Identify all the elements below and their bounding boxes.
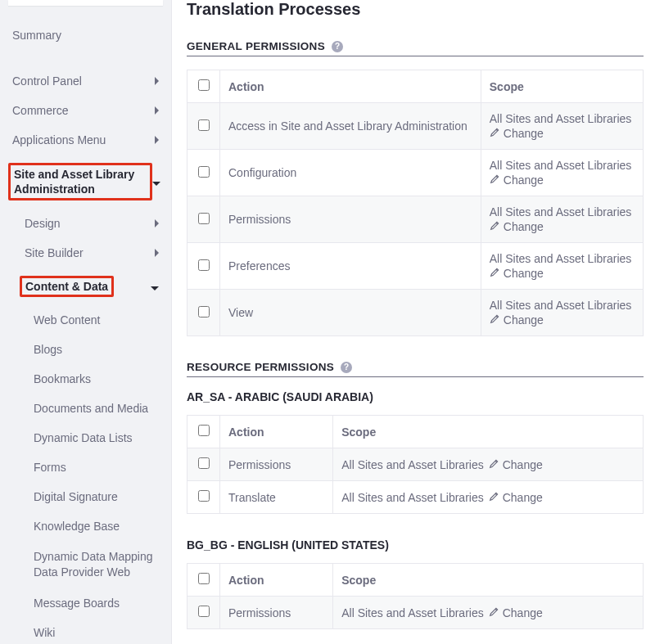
checkbox-cell bbox=[187, 597, 220, 629]
action-header: Action bbox=[220, 416, 333, 448]
scope-text: All Sites and Asset Libraries bbox=[341, 606, 484, 619]
scope-cell: All Sites and Asset LibrariesChange bbox=[333, 448, 644, 481]
sidebar-top-card bbox=[8, 0, 163, 6]
table-row: ViewAll Sites and Asset LibrariesChange bbox=[187, 290, 644, 336]
sidebar-item-message-boards[interactable]: Message Boards bbox=[0, 588, 171, 618]
row-checkbox[interactable] bbox=[198, 490, 210, 502]
page-title: Translation Processes bbox=[187, 0, 644, 19]
sidebar: Summary Control Panel Commerce Applicati… bbox=[0, 0, 172, 644]
select-all-checkbox[interactable] bbox=[198, 425, 210, 436]
sidebar-item-label: Wiki bbox=[34, 626, 55, 639]
checkbox-cell bbox=[187, 481, 220, 514]
row-checkbox[interactable] bbox=[198, 606, 210, 617]
scope-cell: All Sites and Asset LibrariesChange bbox=[333, 597, 644, 629]
help-icon[interactable]: ? bbox=[332, 41, 343, 52]
checkbox-header bbox=[187, 416, 220, 448]
checkbox-header bbox=[187, 70, 220, 103]
sidebar-item-label: Site and Asset Library Administration bbox=[8, 163, 152, 200]
sidebar-item-digital-signature[interactable]: Digital Signature bbox=[0, 482, 171, 511]
scope-cell: All Sites and Asset LibrariesChange bbox=[333, 481, 644, 514]
sidebar-item-control-panel[interactable]: Control Panel bbox=[0, 66, 171, 96]
change-link[interactable]: Change bbox=[489, 491, 543, 504]
scope-header: Scope bbox=[481, 70, 643, 103]
table-row: Access in Site and Asset Library Adminis… bbox=[187, 103, 644, 150]
checkbox-cell bbox=[187, 150, 220, 196]
sidebar-item-content-data[interactable]: Content & Data bbox=[0, 268, 171, 305]
row-checkbox[interactable] bbox=[198, 119, 210, 131]
sidebar-item-label: Digital Signature bbox=[34, 490, 118, 503]
sidebar-item-documents-media[interactable]: Documents and Media bbox=[0, 394, 171, 423]
change-link[interactable]: Change bbox=[490, 220, 635, 233]
change-link[interactable]: Change bbox=[490, 267, 635, 280]
row-checkbox[interactable] bbox=[198, 213, 210, 224]
chevron-right-icon bbox=[155, 104, 159, 117]
action-cell: Permissions bbox=[220, 196, 481, 243]
select-all-checkbox[interactable] bbox=[198, 79, 210, 91]
row-checkbox[interactable] bbox=[198, 259, 210, 271]
checkbox-cell bbox=[187, 196, 220, 243]
chevron-down-icon bbox=[152, 175, 160, 188]
sidebar-item-knowledge-base[interactable]: Knowledge Base bbox=[0, 511, 171, 541]
help-icon[interactable]: ? bbox=[341, 362, 352, 373]
sidebar-item-label: Blogs bbox=[34, 343, 62, 356]
row-checkbox[interactable] bbox=[198, 166, 210, 178]
action-cell: Translate bbox=[220, 481, 333, 514]
section-header-resource-permissions: RESOURCE PERMISSIONS ? bbox=[187, 361, 644, 377]
change-link[interactable]: Change bbox=[489, 458, 543, 471]
action-cell: Permissions bbox=[220, 597, 333, 629]
resource-group-title: BG_BG - ENGLISH (UNITED STATES) bbox=[187, 538, 644, 552]
pencil-icon bbox=[490, 127, 500, 140]
change-link[interactable]: Change bbox=[490, 127, 635, 140]
sidebar-item-dynamic-data-mapping[interactable]: Dynamic Data Mapping Data Provider Web bbox=[0, 541, 171, 588]
table-row: PreferencesAll Sites and Asset Libraries… bbox=[187, 243, 644, 290]
scope-cell: All Sites and Asset LibrariesChange bbox=[481, 290, 643, 336]
change-label: Change bbox=[504, 173, 544, 187]
sidebar-item-site-builder[interactable]: Site Builder bbox=[0, 238, 171, 268]
sidebar-item-forms[interactable]: Forms bbox=[0, 453, 171, 482]
sidebar-item-dynamic-data-lists[interactable]: Dynamic Data Lists bbox=[0, 423, 171, 453]
change-link[interactable]: Change bbox=[490, 313, 635, 327]
scope-text: All Sites and Asset Libraries bbox=[490, 159, 635, 172]
scope-text: All Sites and Asset Libraries bbox=[341, 491, 484, 504]
sidebar-item-label: Message Boards bbox=[34, 597, 120, 610]
sidebar-item-bookmarks[interactable]: Bookmarks bbox=[0, 364, 171, 394]
action-header: Action bbox=[220, 564, 333, 597]
sidebar-item-design[interactable]: Design bbox=[0, 209, 171, 238]
chevron-right-icon bbox=[155, 133, 159, 146]
change-link[interactable]: Change bbox=[490, 173, 635, 187]
sidebar-item-commerce[interactable]: Commerce bbox=[0, 96, 171, 125]
pencil-icon bbox=[489, 491, 499, 504]
sidebar-item-blogs[interactable]: Blogs bbox=[0, 335, 171, 364]
scope-header: Scope bbox=[333, 564, 644, 597]
scope-cell: All Sites and Asset LibrariesChange bbox=[481, 103, 643, 150]
sidebar-item-label: Control Panel bbox=[12, 74, 82, 88]
sidebar-item-site-asset-admin[interactable]: Site and Asset Library Administration bbox=[0, 155, 171, 209]
sidebar-item-applications-menu[interactable]: Applications Menu bbox=[0, 125, 171, 155]
section-title: GENERAL PERMISSIONS bbox=[187, 40, 325, 52]
sidebar-item-web-content[interactable]: Web Content bbox=[0, 305, 171, 335]
pencil-icon bbox=[490, 267, 500, 280]
sidebar-item-label: Design bbox=[25, 217, 61, 230]
sidebar-item-summary[interactable]: Summary bbox=[0, 20, 171, 50]
row-checkbox[interactable] bbox=[198, 457, 210, 469]
sidebar-item-label: Forms bbox=[34, 461, 66, 474]
change-link[interactable]: Change bbox=[489, 606, 543, 619]
table-row: TranslateAll Sites and Asset LibrariesCh… bbox=[187, 481, 644, 514]
table-resource-permissions: ActionScopePermissionsAll Sites and Asse… bbox=[187, 415, 644, 514]
checkbox-header bbox=[187, 564, 220, 597]
pencil-icon bbox=[489, 458, 499, 471]
scope-text: All Sites and Asset Libraries bbox=[490, 299, 635, 312]
scope-cell: All Sites and Asset LibrariesChange bbox=[481, 150, 643, 196]
sidebar-item-label: Summary bbox=[12, 29, 61, 42]
sidebar-item-wiki[interactable]: Wiki bbox=[0, 618, 171, 644]
resource-group-title: AR_SA - ARABIC (SAUDI ARABIA) bbox=[187, 390, 644, 403]
pencil-icon bbox=[489, 606, 499, 619]
chevron-right-icon bbox=[155, 246, 159, 259]
row-checkbox[interactable] bbox=[198, 306, 210, 317]
chevron-right-icon bbox=[155, 217, 159, 230]
table-row: ConfigurationAll Sites and Asset Librari… bbox=[187, 150, 644, 196]
sidebar-item-label: Knowledge Base bbox=[34, 520, 120, 533]
select-all-checkbox[interactable] bbox=[198, 573, 210, 584]
pencil-icon bbox=[490, 220, 500, 233]
pencil-icon bbox=[490, 313, 500, 327]
